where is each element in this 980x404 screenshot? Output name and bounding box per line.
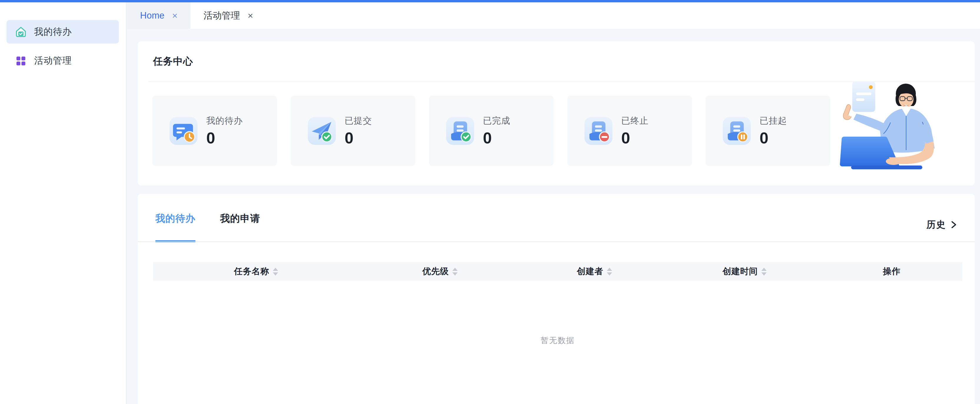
history-label: 历史: [926, 219, 946, 231]
close-icon[interactable]: ×: [248, 11, 253, 20]
stat-value: 0: [206, 129, 243, 147]
panel-title: 任务中心: [153, 55, 193, 68]
stat-label: 已终止: [621, 115, 649, 127]
page-tab-home[interactable]: Home ×: [127, 2, 191, 29]
main-content: 任务中心 我的待办: [127, 29, 980, 404]
tab-my-todo[interactable]: 我的待办: [155, 212, 196, 242]
stat-value: 0: [621, 129, 649, 147]
sort-icon: [607, 268, 612, 276]
column-label: 创建时间: [722, 266, 758, 277]
sidebar-item-label: 我的待办: [34, 26, 72, 38]
document-pause-icon: [723, 117, 751, 145]
sort-icon: [273, 268, 278, 276]
page-tab-label: 活动管理: [204, 10, 240, 22]
column-label: 创建者: [577, 266, 603, 277]
sidebar-item-label: 活动管理: [34, 54, 72, 67]
column-header-actions: 操作: [821, 266, 963, 277]
top-accent-bar: [0, 0, 980, 2]
app-root: 我的待办 活动管理 Home × 活动管理 ×: [0, 0, 980, 404]
column-header-priority[interactable]: 优先级: [359, 266, 521, 277]
sidebar-item-my-todo[interactable]: 我的待办: [6, 20, 119, 43]
stat-value: 0: [345, 129, 372, 147]
stat-card-completed: 已完成 0: [429, 96, 554, 166]
stat-label: 已提交: [345, 115, 372, 127]
stats-row: 我的待办 0: [153, 96, 830, 166]
stat-value: 0: [760, 129, 787, 147]
document-minus-icon: [584, 117, 612, 145]
divider: [138, 241, 975, 242]
tasks-panel: 我的待办 我的申请 历史 任务名称 优先级: [138, 194, 975, 404]
column-header-task-name[interactable]: 任务名称: [153, 266, 359, 277]
tab-my-applications[interactable]: 我的申请: [220, 212, 260, 242]
column-label: 操作: [883, 266, 900, 277]
home-check-icon: [15, 26, 27, 38]
stat-label: 我的待办: [206, 115, 243, 127]
column-header-created-time[interactable]: 创建时间: [668, 266, 821, 277]
column-header-creator[interactable]: 创建者: [521, 266, 668, 277]
chevron-right-icon: [950, 220, 958, 230]
document-check-icon: [446, 117, 474, 145]
stat-card-my-todo: 我的待办 0: [153, 96, 277, 166]
column-label: 任务名称: [234, 266, 269, 277]
grid-icon: [15, 54, 27, 67]
sidebar-item-activity-mgmt[interactable]: 活动管理: [6, 49, 119, 72]
panel-tabs: 我的待办 我的申请: [155, 212, 285, 242]
column-label: 优先级: [422, 266, 449, 277]
paper-plane-check-icon: [308, 117, 336, 145]
worker-illustration: [836, 81, 967, 178]
stat-value: 0: [483, 129, 510, 147]
table-header-row: 任务名称 优先级 创建者 创建时间 操作: [153, 262, 963, 281]
page-tabbar: Home × 活动管理 ×: [127, 2, 980, 29]
sort-icon: [761, 268, 767, 276]
page-tab-activity-mgmt[interactable]: 活动管理 ×: [191, 2, 266, 29]
empty-state-text: 暂无数据: [153, 335, 963, 346]
stat-label: 已完成: [483, 115, 510, 127]
stat-card-terminated: 已终止 0: [567, 96, 692, 166]
close-icon[interactable]: ×: [172, 11, 178, 20]
stat-label: 已挂起: [760, 115, 787, 127]
page-tab-label: Home: [140, 10, 164, 21]
stat-card-submitted: 已提交 0: [291, 96, 415, 166]
sort-icon: [452, 268, 458, 276]
history-link[interactable]: 历史: [926, 219, 958, 231]
stat-card-suspended: 已挂起 0: [706, 96, 830, 166]
task-center-panel: 任务中心 我的待办: [138, 41, 975, 185]
message-clock-icon: [170, 117, 197, 145]
sidebar: 我的待办 活动管理: [0, 2, 127, 404]
